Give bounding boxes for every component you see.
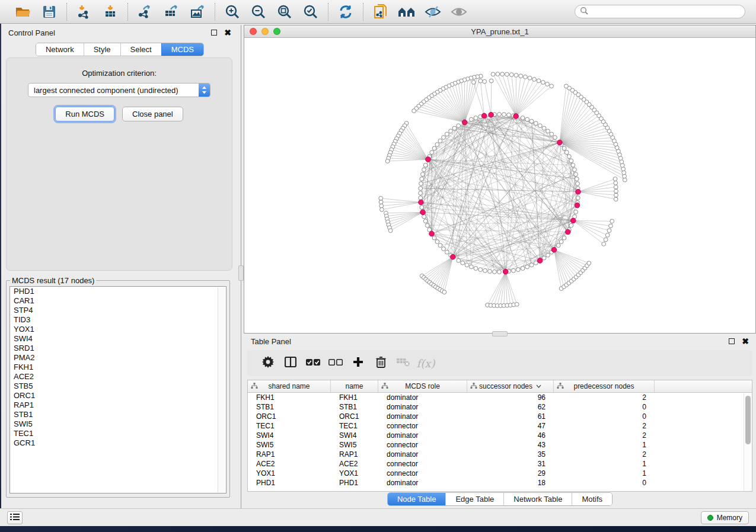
graph-leaf-node[interactable] [505, 72, 509, 76]
mcds-result-item[interactable]: STB5 [10, 382, 226, 391]
graph-leaf-node[interactable] [610, 219, 614, 223]
graph-node[interactable] [419, 191, 423, 196]
graph-node[interactable] [449, 129, 453, 133]
graph-node[interactable] [507, 113, 511, 117]
column-header-MCDS-role[interactable]: MCDS role [378, 380, 467, 392]
graph-mcds-hub-node[interactable] [420, 210, 426, 215]
delete-column-button[interactable] [369, 352, 392, 374]
table-row[interactable]: YOX1YOX1connector291 [248, 469, 752, 478]
graph-node[interactable] [432, 236, 436, 240]
graph-leaf-node[interactable] [587, 261, 591, 265]
graph-leaf-node[interactable] [483, 79, 487, 84]
vertical-splitter[interactable] [238, 25, 244, 508]
graph-leaf-node[interactable] [489, 79, 493, 83]
close-panel-button[interactable]: Close panel [122, 107, 183, 121]
mcds-list-scrollbar[interactable] [218, 287, 225, 492]
mcds-result-item[interactable]: STB1 [10, 410, 226, 419]
graph-node[interactable] [502, 113, 506, 117]
graph-mcds-hub-node[interactable] [570, 218, 576, 223]
graph-leaf-node[interactable] [491, 72, 495, 76]
graph-leaf-node[interactable] [550, 84, 554, 88]
network-from-file-button[interactable] [372, 3, 390, 21]
graph-node[interactable] [425, 223, 429, 227]
graph-node[interactable] [493, 270, 497, 274]
graph-node[interactable] [423, 163, 428, 167]
zoom-out-button[interactable] [250, 3, 267, 21]
mcds-result-item[interactable]: YOX1 [10, 325, 226, 334]
graph-leaf-node[interactable] [509, 73, 513, 77]
mcds-result-item[interactable]: TID3 [10, 315, 226, 325]
graph-leaf-node[interactable] [380, 207, 384, 211]
graph-node[interactable] [422, 168, 426, 172]
mcds-result-item[interactable]: STP4 [10, 306, 226, 315]
graph-leaf-node[interactable] [541, 81, 545, 85]
search-input[interactable] [588, 8, 740, 16]
graph-leaf-node[interactable] [614, 189, 618, 193]
graph-node[interactable] [574, 210, 578, 214]
graph-mcds-hub-node[interactable] [576, 189, 581, 194]
graph-mcds-hub-node[interactable] [462, 120, 467, 125]
graph-node[interactable] [525, 265, 529, 269]
graph-node[interactable] [525, 117, 529, 121]
select-all-columns-button[interactable] [302, 352, 324, 374]
table-row[interactable]: FKH1FKH1dominator962 [248, 393, 752, 402]
graph-node[interactable] [562, 146, 566, 150]
graph-leaf-node[interactable] [388, 229, 393, 233]
first-neighbors-button[interactable] [398, 3, 416, 21]
tab-edge-table[interactable]: Edge Table [445, 493, 503, 505]
graph-node[interactable] [569, 223, 573, 227]
graph-mcds-hub-node[interactable] [503, 269, 508, 274]
split-view-button[interactable] [279, 352, 302, 374]
graph-leaf-node[interactable] [614, 197, 618, 201]
graph-leaf-node[interactable] [519, 74, 523, 78]
graph-leaf-node[interactable] [524, 75, 528, 79]
graph-node[interactable] [542, 126, 546, 130]
graph-leaf-node[interactable] [605, 233, 610, 238]
graph-node[interactable] [479, 268, 483, 272]
table-row[interactable]: ORC1ORC1dominator610 [248, 412, 752, 421]
graph-node[interactable] [516, 268, 520, 272]
graph-node[interactable] [445, 250, 449, 254]
splitter-handle[interactable] [238, 265, 244, 281]
export-table-button[interactable] [162, 3, 180, 21]
mcds-result-item[interactable]: SRD1 [10, 344, 226, 353]
show-all-button[interactable] [450, 3, 468, 21]
graph-node[interactable] [497, 113, 502, 117]
close-panel-icon[interactable]: ✖ [224, 30, 231, 36]
graph-mcds-hub-node[interactable] [489, 112, 494, 117]
graph-node[interactable] [445, 132, 449, 136]
table-row[interactable]: SWI4SWI4dominator462 [248, 431, 752, 440]
graph-leaf-node[interactable] [607, 229, 611, 233]
graph-node[interactable] [569, 159, 573, 163]
graph-mcds-hub-node[interactable] [575, 203, 580, 208]
graph-node[interactable] [419, 182, 423, 186]
graph-mcds-hub-node[interactable] [557, 140, 563, 145]
graph-node[interactable] [419, 196, 423, 200]
mcds-result-item[interactable]: CAR1 [10, 296, 226, 306]
graph-node[interactable] [559, 240, 563, 244]
float-panel-icon[interactable] [211, 30, 217, 36]
graph-mcds-hub-node[interactable] [451, 254, 456, 259]
graph-node[interactable] [529, 263, 534, 267]
graph-node[interactable] [521, 116, 525, 120]
graph-node[interactable] [575, 177, 579, 181]
graph-node[interactable] [474, 116, 478, 120]
export-network-button[interactable] [136, 3, 154, 21]
criterion-select[interactable]: largest connected component (undirected) [28, 83, 210, 97]
show-panels-button[interactable] [7, 511, 23, 524]
table-scrollbar-thumb[interactable] [745, 396, 751, 444]
graph-node[interactable] [571, 163, 575, 167]
graph-leaf-node[interactable] [614, 185, 618, 189]
graph-node[interactable] [438, 139, 442, 143]
column-header-name[interactable]: name [331, 380, 378, 392]
column-header-successor-nodes[interactable]: successor nodes [467, 380, 554, 392]
graph-leaf-node[interactable] [479, 79, 483, 83]
graph-node[interactable] [546, 129, 550, 133]
horizontal-splitter-handle[interactable] [492, 331, 508, 336]
tab-node-table[interactable]: Node Table [388, 493, 446, 505]
graph-node[interactable] [465, 263, 469, 267]
mcds-result-item[interactable]: PMA2 [10, 353, 226, 363]
network-window-titlebar[interactable]: YPA_prune.txt_1 [244, 25, 755, 38]
graph-node[interactable] [488, 270, 492, 274]
graph-leaf-node[interactable] [379, 200, 383, 204]
